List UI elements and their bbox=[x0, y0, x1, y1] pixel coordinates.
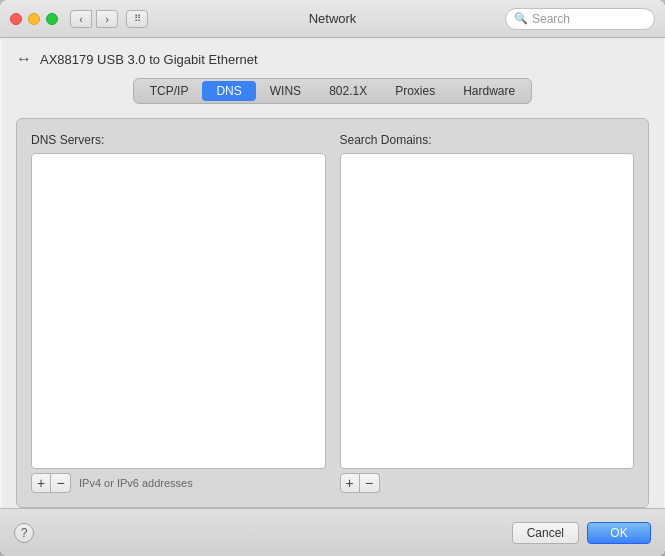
tab-wins[interactable]: WINS bbox=[256, 81, 315, 101]
device-header: ↔ AX88179 USB 3.0 to Gigabit Ethernet bbox=[16, 50, 649, 68]
bottom-actions: Cancel OK bbox=[512, 522, 651, 544]
device-name: AX88179 USB 3.0 to Gigabit Ethernet bbox=[40, 52, 258, 67]
bottom-bar: ? Cancel OK bbox=[0, 508, 665, 556]
device-icon: ↔ bbox=[16, 50, 32, 68]
dns-columns: DNS Servers: + − IPv4 or IPv6 addresses … bbox=[31, 133, 634, 493]
search-icon: 🔍 bbox=[514, 12, 528, 25]
dns-servers-list[interactable] bbox=[31, 153, 326, 469]
close-button[interactable] bbox=[10, 13, 22, 25]
tabs: TCP/IP DNS WINS 802.1X Proxies Hardware bbox=[133, 78, 532, 104]
tab-proxies[interactable]: Proxies bbox=[381, 81, 449, 101]
add-search-domain-button[interactable]: + bbox=[340, 473, 360, 493]
search-domains-controls: + − bbox=[340, 473, 635, 493]
help-button[interactable]: ? bbox=[14, 523, 34, 543]
content-area: ↔ AX88179 USB 3.0 to Gigabit Ethernet TC… bbox=[0, 38, 665, 508]
window: ‹ › ⠿ Network 🔍 ↔ AX88179 USB 3.0 to Gig… bbox=[0, 0, 665, 556]
dns-panel: DNS Servers: + − IPv4 or IPv6 addresses … bbox=[16, 118, 649, 508]
search-domains-list[interactable] bbox=[340, 153, 635, 469]
dns-servers-column: DNS Servers: + − IPv4 or IPv6 addresses bbox=[31, 133, 326, 493]
ok-button[interactable]: OK bbox=[587, 522, 651, 544]
dns-hint-text: IPv4 or IPv6 addresses bbox=[79, 477, 193, 489]
search-input[interactable] bbox=[532, 12, 646, 26]
search-box: 🔍 bbox=[505, 8, 655, 30]
search-domains-label: Search Domains: bbox=[340, 133, 635, 147]
cancel-button[interactable]: Cancel bbox=[512, 522, 579, 544]
traffic-lights bbox=[10, 13, 58, 25]
search-domains-column: Search Domains: + − bbox=[340, 133, 635, 493]
titlebar: ‹ › ⠿ Network 🔍 bbox=[0, 0, 665, 38]
forward-icon: › bbox=[105, 13, 109, 25]
tab-hardware[interactable]: Hardware bbox=[449, 81, 529, 101]
window-title: Network bbox=[309, 11, 357, 26]
nav-buttons: ‹ › bbox=[70, 10, 118, 28]
dns-servers-label: DNS Servers: bbox=[31, 133, 326, 147]
tab-dns[interactable]: DNS bbox=[202, 81, 255, 101]
maximize-button[interactable] bbox=[46, 13, 58, 25]
remove-search-domain-button[interactable]: − bbox=[360, 473, 380, 493]
back-button[interactable]: ‹ bbox=[70, 10, 92, 28]
add-dns-server-button[interactable]: + bbox=[31, 473, 51, 493]
back-icon: ‹ bbox=[79, 13, 83, 25]
grid-icon: ⠿ bbox=[134, 13, 141, 24]
remove-dns-server-button[interactable]: − bbox=[51, 473, 71, 493]
dns-servers-controls: + − IPv4 or IPv6 addresses bbox=[31, 473, 326, 493]
grid-button[interactable]: ⠿ bbox=[126, 10, 148, 28]
minimize-button[interactable] bbox=[28, 13, 40, 25]
forward-button[interactable]: › bbox=[96, 10, 118, 28]
tab-tcpip[interactable]: TCP/IP bbox=[136, 81, 203, 101]
tab-8021x[interactable]: 802.1X bbox=[315, 81, 381, 101]
tabs-container: TCP/IP DNS WINS 802.1X Proxies Hardware bbox=[16, 78, 649, 104]
